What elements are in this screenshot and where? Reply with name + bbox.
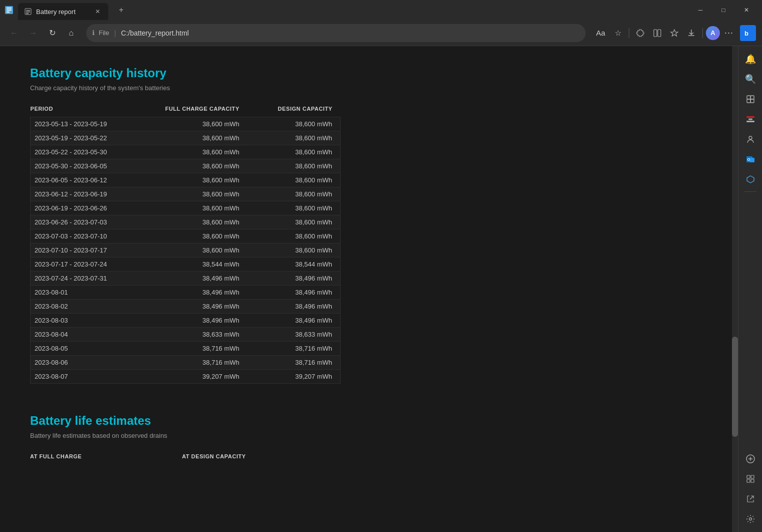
browser-tab[interactable]: Battery report ✕	[18, 3, 108, 20]
minimize-button[interactable]: ─	[689, 0, 712, 20]
cell-full-charge: 38,600 mWh	[154, 117, 247, 131]
cell-design: 38,600 mWh	[247, 229, 341, 243]
window-controls: ─ □ ✕	[689, 0, 758, 20]
refresh-button[interactable]: ↻	[44, 25, 60, 41]
cell-period: 2023-08-02	[31, 300, 155, 314]
table-row: 2023-05-22 - 2023-05-30 38,600 mWh 38,60…	[31, 145, 341, 159]
cell-period: 2023-08-03	[31, 314, 155, 328]
split-button[interactable]	[649, 25, 665, 41]
nav-divider-1	[629, 28, 629, 38]
main-content: Battery capacity history Charge capacity…	[0, 46, 732, 532]
sidebar-icon-notification[interactable]: 🔔	[741, 50, 759, 68]
titlebar-left: Battery report ✕ +	[4, 2, 128, 19]
cell-period: 2023-08-05	[31, 342, 155, 356]
cell-design: 38,600 mWh	[247, 117, 341, 131]
profile-avatar[interactable]: A	[706, 26, 720, 40]
sidebar-icon-collections[interactable]	[741, 90, 759, 108]
ellipsis-button[interactable]: ···	[721, 25, 737, 41]
bookmark-button[interactable]: ☆	[610, 25, 626, 41]
svg-rect-25	[747, 479, 750, 482]
address-file-label: File	[99, 29, 109, 37]
cell-design: 38,496 mWh	[247, 300, 341, 314]
cell-full-charge: 38,600 mWh	[154, 145, 247, 159]
cell-full-charge: 38,600 mWh	[154, 201, 247, 215]
cell-period: 2023-07-10 - 2023-07-17	[31, 243, 155, 257]
sidebar-icon-app[interactable]	[741, 170, 759, 188]
maximize-button[interactable]: □	[712, 0, 735, 20]
sidebar-icon-user[interactable]	[741, 130, 759, 148]
life-estimates-title: Battery life estimates	[30, 414, 702, 428]
back-button[interactable]: ←	[6, 25, 22, 41]
svg-rect-14	[750, 99, 754, 103]
capacity-history-subtitle: Charge capacity history of the system's …	[30, 84, 702, 92]
col-full-charge: FULL CHARGE CAPACITY	[154, 106, 247, 117]
table-row: 2023-08-01 38,496 mWh 38,496 mWh	[31, 286, 341, 300]
cell-design: 38,600 mWh	[247, 159, 341, 173]
tab-title: Battery report	[36, 8, 89, 16]
cell-full-charge: 38,600 mWh	[154, 229, 247, 243]
svg-rect-17	[748, 119, 752, 120]
read-aloud-button[interactable]: Aa	[593, 25, 609, 41]
cell-period: 2023-05-13 - 2023-05-19	[31, 117, 155, 131]
table-row: 2023-06-12 - 2023-06-19 38,600 mWh 38,60…	[31, 187, 341, 201]
svg-rect-23	[747, 475, 750, 478]
svg-rect-1	[7, 8, 12, 9]
cell-full-charge: 38,544 mWh	[154, 257, 247, 272]
sidebar-icon-settings[interactable]	[741, 510, 759, 528]
svg-text:O: O	[747, 158, 750, 161]
sidebar-icon-search[interactable]: 🔍	[741, 70, 759, 88]
new-tab-button[interactable]: +	[114, 3, 128, 17]
bing-button[interactable]: b	[740, 25, 756, 41]
svg-rect-5	[26, 10, 30, 11]
sidebar-icon-outlook[interactable]: O	[741, 150, 759, 168]
extensions-button[interactable]	[632, 25, 648, 41]
cell-design: 38,544 mWh	[247, 257, 341, 272]
favorites-button[interactable]	[666, 25, 682, 41]
forward-button[interactable]: →	[25, 25, 41, 41]
window-icon	[4, 5, 14, 15]
cell-period: 2023-08-01	[31, 286, 155, 300]
cell-full-charge: 38,600 mWh	[154, 215, 247, 229]
home-button[interactable]: ⌂	[63, 25, 79, 41]
close-button[interactable]: ✕	[735, 0, 758, 20]
cell-design: 38,600 mWh	[247, 145, 341, 159]
cell-design: 38,716 mWh	[247, 356, 341, 370]
nav-right-icons: Aa ☆ A ··· b	[593, 25, 756, 41]
svg-rect-13	[747, 99, 750, 103]
cell-full-charge: 38,633 mWh	[154, 328, 247, 342]
svg-point-18	[749, 136, 752, 139]
titlebar: Battery report ✕ + ─ □ ✕	[0, 0, 762, 20]
tab-close-button[interactable]: ✕	[93, 7, 102, 16]
table-row: 2023-08-05 38,716 mWh 38,716 mWh	[31, 342, 341, 356]
sidebar-icon-tools[interactable]	[741, 110, 759, 128]
table-row: 2023-07-03 - 2023-07-10 38,600 mWh 38,60…	[31, 229, 341, 243]
scrollbar-track[interactable]	[732, 46, 738, 532]
cell-design: 38,496 mWh	[247, 286, 341, 300]
sidebar-icon-grid[interactable]	[741, 470, 759, 488]
sidebar-icon-popout[interactable]	[741, 490, 759, 508]
cell-full-charge: 39,207 mWh	[154, 370, 247, 384]
svg-rect-3	[7, 12, 10, 13]
capacity-history-title: Battery capacity history	[30, 66, 702, 80]
cell-period: 2023-05-19 - 2023-05-22	[31, 131, 155, 145]
cell-design: 38,633 mWh	[247, 328, 341, 342]
scrollbar-thumb[interactable]	[732, 337, 738, 437]
download-button[interactable]	[683, 25, 699, 41]
cell-period: 2023-05-22 - 2023-05-30	[31, 145, 155, 159]
cell-period: 2023-06-12 - 2023-06-19	[31, 187, 155, 201]
navbar: ← → ↻ ⌂ ℹ File | C:/battery_report.html …	[0, 20, 762, 46]
address-bar[interactable]: ℹ File | C:/battery_report.html	[86, 24, 586, 42]
table-row: 2023-08-02 38,496 mWh 38,496 mWh	[31, 300, 341, 314]
address-info-icon: ℹ	[92, 29, 95, 37]
svg-rect-16	[746, 116, 754, 118]
cell-full-charge: 38,716 mWh	[154, 342, 247, 356]
sidebar-add-button[interactable]	[741, 450, 759, 468]
cell-period: 2023-07-24 - 2023-07-31	[31, 272, 155, 286]
cell-full-charge: 38,496 mWh	[154, 272, 247, 286]
svg-rect-24	[751, 475, 754, 478]
cell-period: 2023-06-19 - 2023-06-26	[31, 201, 155, 215]
sidebar: 🔔 🔍 O	[738, 46, 762, 532]
cell-full-charge: 38,716 mWh	[154, 356, 247, 370]
table-row: 2023-06-19 - 2023-06-26 38,600 mWh 38,60…	[31, 201, 341, 215]
life-estimates-subtitle: Battery life estimates based on observed…	[30, 432, 702, 439]
